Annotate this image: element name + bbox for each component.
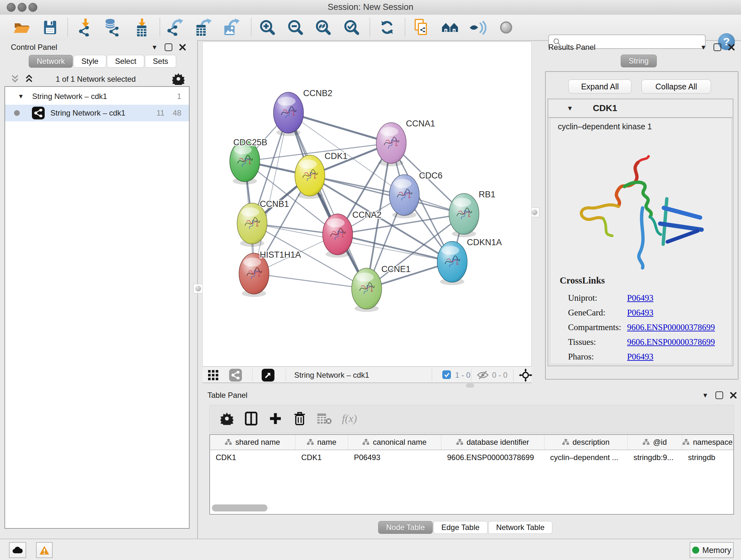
column-header-description[interactable]: description [544, 435, 628, 449]
table-options-button[interactable] [217, 409, 237, 428]
network-badge-button[interactable] [229, 369, 242, 381]
network-edge[interactable] [288, 113, 367, 289]
tab-string[interactable]: String [621, 55, 657, 67]
panel-close-icon[interactable] [730, 392, 737, 398]
network-canvas[interactable]: CCNB2CCNA1CDC25BCDK1CDC6RB1CCNB1CCNA2CDK… [202, 42, 532, 367]
column-header-database-identifier[interactable]: database identifier [441, 435, 544, 449]
selected-checkbox[interactable] [442, 370, 451, 379]
warnings-button[interactable] [36, 542, 53, 558]
fit-content-button[interactable] [519, 368, 532, 382]
panel-float-icon[interactable]: ▼ [700, 44, 706, 51]
collapse-all-chevron-icon[interactable] [11, 75, 19, 82]
panel-float-icon[interactable]: ▼ [702, 392, 709, 398]
column-header-name[interactable]: name [295, 435, 348, 449]
network-node-HIST1H1A[interactable]: HIST1H1A [239, 250, 301, 297]
detach-view-button[interactable] [262, 369, 274, 381]
network-edge[interactable] [254, 273, 367, 289]
column-header-canonical-name[interactable]: canonical name [348, 435, 441, 449]
table-row[interactable]: CDK1CDK1P064939606.ENSP00000378699cyclin… [210, 450, 733, 465]
panel-maximize-icon[interactable] [716, 391, 723, 399]
column-header-namespace[interactable]: namespace [682, 435, 733, 449]
main-toolbar: ? [0, 15, 741, 41]
cell-canonical-name[interactable]: P06493 [348, 450, 441, 465]
import-network-file-button[interactable] [74, 17, 96, 38]
expand-all-chevron-icon[interactable] [25, 75, 33, 82]
panel-maximize-icon[interactable] [165, 44, 172, 51]
node-label: CDK1 [325, 151, 347, 161]
tab-network-table[interactable]: Network Table [488, 521, 553, 534]
network-node-CCNE1[interactable]: CCNE1 [352, 264, 411, 312]
network-node-CCNA1[interactable]: CCNA1 [376, 119, 435, 166]
create-column-button[interactable] [266, 409, 285, 428]
open-session-button[interactable] [11, 17, 32, 38]
crosslink-pharos[interactable]: P06493 [627, 352, 654, 362]
copy-network-button[interactable] [410, 17, 432, 38]
import-network-database-button[interactable] [102, 17, 123, 38]
network-edge[interactable] [254, 113, 288, 273]
warning-icon [39, 546, 50, 555]
network-options-button[interactable] [172, 73, 185, 85]
delete-table-button[interactable] [315, 409, 334, 428]
grid-view-button[interactable] [208, 370, 218, 380]
network-edge[interactable] [288, 113, 391, 143]
network-node-CDKN1A[interactable]: CDKN1A [437, 238, 502, 285]
tab-node-table[interactable]: Node Table [378, 521, 433, 534]
cell-database-identifier[interactable]: 9606.ENSP00000378699 [441, 450, 544, 465]
show-columns-button[interactable] [242, 409, 261, 428]
network-node-RB1[interactable]: RB1 [449, 190, 495, 237]
save-session-button[interactable] [39, 17, 61, 38]
panel-close-icon[interactable] [179, 44, 186, 51]
panel-maximize-icon[interactable] [714, 44, 721, 51]
tab-sets[interactable]: Sets [145, 55, 176, 68]
delete-column-button[interactable] [290, 409, 309, 428]
cell-id[interactable]: stringdb:9... [628, 450, 682, 465]
network-collection-row[interactable]: ▼ String Network – cdk1 1 [5, 88, 189, 105]
tab-network[interactable]: Network [29, 55, 73, 68]
export-network-button[interactable] [164, 17, 186, 38]
crosslink-label: Tissues: [568, 337, 627, 347]
cell-namespace[interactable]: stringdb [682, 450, 733, 465]
tab-select[interactable]: Select [107, 55, 144, 68]
glass-ball-effect-button[interactable] [495, 17, 517, 38]
crosslink-tissues[interactable]: 9606.ENSP00000378699 [627, 337, 715, 347]
network-node-CDC25B[interactable]: CDC25B [230, 138, 267, 185]
network-node-CCNB2[interactable]: CCNB2 [273, 88, 333, 136]
panel-float-icon[interactable]: ▼ [151, 44, 158, 51]
apply-layout-button[interactable] [376, 17, 398, 38]
show-labels-button[interactable] [467, 17, 488, 38]
column-header-id[interactable]: @id [628, 435, 682, 449]
import-table-file-button[interactable] [131, 17, 152, 38]
collection-expand-icon[interactable]: ▼ [18, 93, 24, 100]
tab-style[interactable]: Style [73, 55, 106, 68]
string-homes-button[interactable] [439, 17, 461, 38]
zoom-out-button[interactable] [285, 17, 307, 38]
cell-name[interactable]: CDK1 [295, 450, 348, 465]
cloud-status-button[interactable] [9, 542, 26, 558]
panel-close-icon[interactable] [728, 44, 735, 51]
network-edge[interactable] [310, 176, 464, 214]
memory-button[interactable]: Memory [690, 542, 734, 558]
crosslink-genecard[interactable]: P06493 [627, 308, 654, 318]
column-header-shared-name[interactable]: shared name [210, 435, 295, 449]
cell-description[interactable]: cyclin–dependent ... [544, 450, 628, 465]
crosslink-uniprot[interactable]: P06493 [627, 293, 654, 303]
zoom-fit-button[interactable] [313, 17, 334, 38]
expand-all-button[interactable]: Expand All [568, 79, 631, 94]
horizontal-scrollbar[interactable] [212, 504, 267, 511]
zoom-selected-button[interactable] [341, 17, 362, 38]
cell-shared-name[interactable]: CDK1 [210, 450, 295, 465]
function-builder-button[interactable]: f(x) [340, 409, 359, 428]
left-splitter-handle[interactable] [193, 284, 203, 294]
crosslink-compartments[interactable]: 9606.ENSP00000378699 [627, 322, 715, 332]
zoom-in-button[interactable] [257, 17, 278, 38]
network-view-toolbar: String Network – cdk1 1 - 0 0 - 0 [202, 367, 532, 383]
section-collapse-icon[interactable]: ▼ [567, 105, 573, 111]
collapse-all-button[interactable]: Collapse All [642, 79, 711, 94]
export-table-button[interactable] [192, 17, 213, 38]
network-row-selected[interactable]: String Network – cdk1 11 48 [5, 105, 189, 121]
toolbar-separator [369, 18, 370, 37]
tab-edge-table[interactable]: Edge Table [433, 521, 488, 534]
zoom-fit-icon [314, 18, 332, 37]
network-node-CDK1[interactable]: CDK1 [295, 151, 347, 199]
export-image-button[interactable] [220, 17, 242, 38]
